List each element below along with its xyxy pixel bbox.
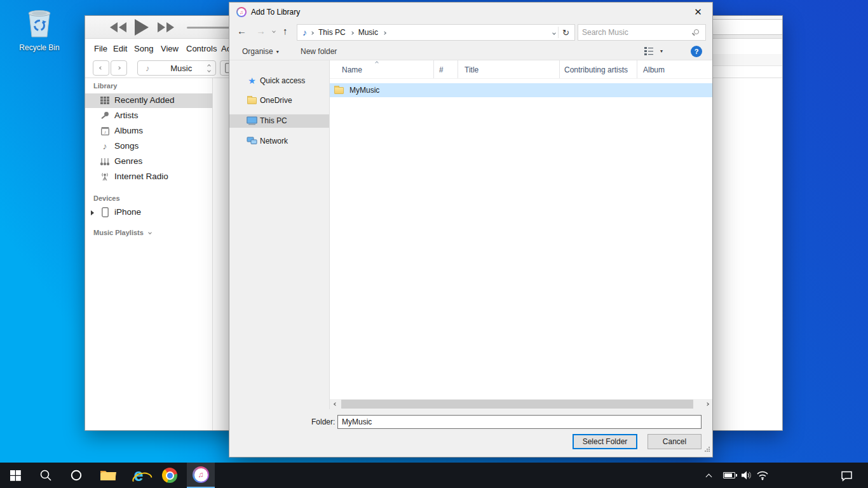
tray-overflow-button[interactable] <box>707 463 711 488</box>
network-icon <box>247 136 257 146</box>
details-view-icon <box>644 47 653 55</box>
file-list-area: Name # Title Contributing artists Album … <box>329 60 712 409</box>
place-this-pc[interactable]: This PC <box>229 114 329 128</box>
chevron-right-icon[interactable] <box>310 31 314 35</box>
scrollbar-track[interactable] <box>341 399 702 409</box>
battery-indicator[interactable] <box>723 463 735 488</box>
dialog-titlebar[interactable]: ♫ Add To Library ✕ <box>229 3 712 22</box>
help-button[interactable]: ? <box>691 46 702 57</box>
internet-explorer-icon: e <box>133 467 143 484</box>
volume-indicator[interactable] <box>741 463 752 488</box>
folder-label: Folder: <box>311 417 335 426</box>
file-explorer-button[interactable] <box>94 463 122 488</box>
sidebar-item-genres[interactable]: Genres <box>85 154 212 169</box>
itunes-forward-button[interactable] <box>111 60 127 76</box>
dialog-toolbar: Organise▾ New folder ▾ ? <box>229 43 712 60</box>
recycle-bin[interactable]: Recycle Bin <box>14 8 65 52</box>
address-dropdown-icon[interactable] <box>552 31 556 35</box>
itunes-taskbar-button[interactable]: ♫ <box>187 463 215 488</box>
search-icon[interactable] <box>694 29 699 34</box>
select-folder-button[interactable]: Select Folder <box>573 434 637 449</box>
disclosure-triangle-icon[interactable] <box>91 210 94 215</box>
sort-ascending-icon <box>375 61 379 65</box>
action-center-button[interactable] <box>840 463 853 488</box>
action-center-icon <box>840 470 853 482</box>
menu-view[interactable]: View <box>161 44 179 53</box>
start-button[interactable] <box>1 463 29 488</box>
chrome-button[interactable] <box>156 463 184 488</box>
folder-name-input[interactable] <box>337 415 702 429</box>
devices-header: Devices <box>93 194 120 202</box>
onedrive-folder-icon <box>247 95 257 105</box>
svg-text:♪: ♪ <box>104 130 106 134</box>
sidebar-item-iphone[interactable]: iPhone <box>85 205 212 220</box>
up-button[interactable]: ↑ <box>283 25 288 36</box>
search-box[interactable] <box>578 24 706 41</box>
selector-stepper-icon <box>208 65 210 72</box>
forward-button[interactable]: → <box>256 25 266 36</box>
scroll-right-button[interactable] <box>702 399 712 409</box>
taskbar: e ♫ <box>0 463 868 488</box>
sidebar-item-internet-radio[interactable]: Internet Radio <box>85 170 212 184</box>
recycle-bin-icon <box>24 8 55 42</box>
new-folder-button[interactable]: New folder <box>301 47 337 56</box>
menu-controls[interactable]: Controls <box>186 44 217 53</box>
star-icon: ★ <box>247 76 257 86</box>
refresh-icon[interactable]: ↻ <box>561 28 574 37</box>
column-number[interactable]: # <box>434 60 458 78</box>
resize-grip[interactable] <box>704 444 710 455</box>
place-network[interactable]: Network <box>229 135 329 148</box>
back-button[interactable]: ← <box>237 25 247 36</box>
music-note-icon: ♪ <box>302 27 307 37</box>
sidebar-item-artists[interactable]: Artists <box>85 109 212 123</box>
itunes-sidebar: Library Recently Added Artists ♪ Albums … <box>85 78 212 430</box>
chevron-right-icon[interactable] <box>350 31 354 35</box>
horizontal-scrollbar[interactable] <box>330 399 712 409</box>
file-row-mymusic[interactable]: MyMusic <box>330 83 712 97</box>
scroll-left-button[interactable] <box>330 399 341 409</box>
sidebar-item-songs[interactable]: ♪ Songs <box>85 139 212 154</box>
breadcrumb-music[interactable]: Music <box>358 28 378 37</box>
place-onedrive[interactable]: OneDrive <box>229 94 329 107</box>
dialog-places-sidebar: ★ Quick access OneDrive This PC Network <box>229 60 329 409</box>
search-input[interactable] <box>582 26 684 39</box>
address-bar[interactable]: ♪ This PC Music ↻ <box>297 24 575 41</box>
history-dropdown-icon[interactable] <box>272 29 276 33</box>
cortana-circle-icon <box>70 469 83 482</box>
microphone-icon <box>99 110 111 121</box>
dialog-nav-row: ← → ↑ ♪ This PC Music ↻ <box>229 22 712 43</box>
dialog-close-button[interactable]: ✕ <box>684 3 712 21</box>
dialog-footer: Folder: Select Folder Cancel <box>229 409 712 457</box>
itunes-back-button[interactable] <box>93 60 109 76</box>
music-note-icon: ♪ <box>146 64 150 73</box>
chevron-down-icon <box>148 231 152 234</box>
view-mode-button[interactable]: ▾ <box>644 47 663 55</box>
column-contributing-artists[interactable]: Contributing artists <box>560 60 637 78</box>
itunes-sidebar-divider <box>212 78 213 430</box>
speaker-icon <box>741 470 752 480</box>
separator <box>558 27 559 38</box>
sidebar-item-albums[interactable]: ♪ Albums <box>85 124 212 139</box>
column-title[interactable]: Title <box>458 60 560 78</box>
sidebar-item-recently-added[interactable]: Recently Added <box>85 93 212 108</box>
taskbar-search-button[interactable] <box>32 463 60 488</box>
cortana-button[interactable] <box>62 463 90 488</box>
media-selector[interactable]: ♪ Music <box>137 60 216 76</box>
menu-song[interactable]: Song <box>134 44 153 53</box>
place-quick-access[interactable]: ★ Quick access <box>229 74 329 88</box>
wifi-icon <box>756 470 769 480</box>
grid-icon <box>99 95 111 106</box>
column-album[interactable]: Album <box>637 60 712 78</box>
menu-file[interactable]: File <box>94 44 107 53</box>
wifi-indicator[interactable] <box>756 463 769 488</box>
breadcrumb-this-pc[interactable]: This PC <box>318 28 346 37</box>
scrollbar-thumb[interactable] <box>341 400 693 409</box>
cancel-button[interactable]: Cancel <box>648 434 702 449</box>
music-playlists-header[interactable]: Music Playlists <box>93 229 151 236</box>
chevron-right-icon[interactable] <box>383 31 386 35</box>
chrome-icon <box>162 468 177 483</box>
internet-explorer-button[interactable]: e <box>125 463 153 488</box>
column-name[interactable]: Name <box>330 60 434 78</box>
menu-edit[interactable]: Edit <box>113 44 127 53</box>
organise-button[interactable]: Organise▾ <box>242 47 279 56</box>
